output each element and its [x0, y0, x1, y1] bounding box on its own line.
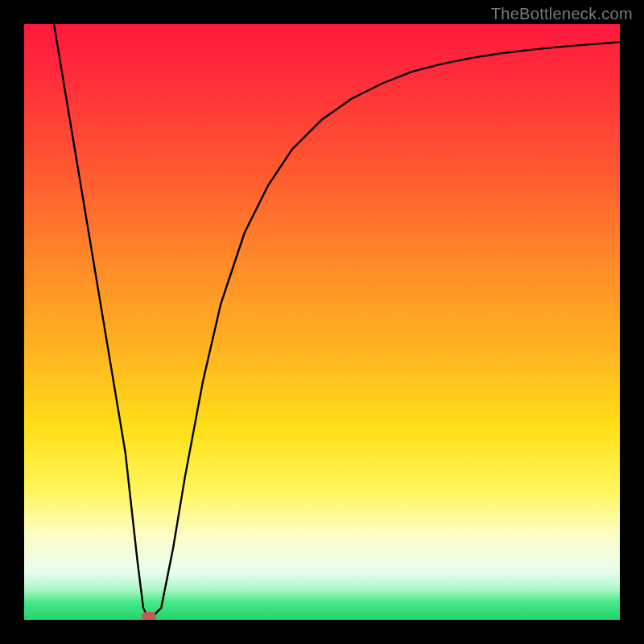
- watermark-text: TheBottleneck.com: [491, 5, 633, 23]
- chart-frame: TheBottleneck.com: [0, 0, 644, 644]
- optimal-marker: [142, 612, 156, 620]
- plot-area: [24, 24, 620, 620]
- bottleneck-curve: [54, 24, 620, 620]
- curve-svg: [24, 24, 620, 620]
